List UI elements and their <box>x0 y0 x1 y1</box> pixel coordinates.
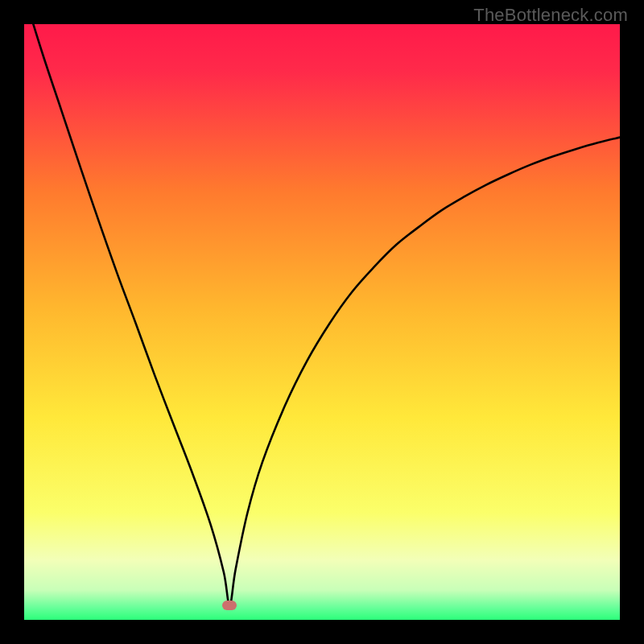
optimum-marker <box>222 601 237 610</box>
bottleneck-curve <box>24 24 620 605</box>
plot-area <box>24 24 620 620</box>
chart-frame: TheBottleneck.com <box>0 0 644 644</box>
gradient-background-svg <box>24 24 620 620</box>
svg-rect-0 <box>24 24 620 620</box>
watermark-text: TheBottleneck.com <box>473 5 628 26</box>
